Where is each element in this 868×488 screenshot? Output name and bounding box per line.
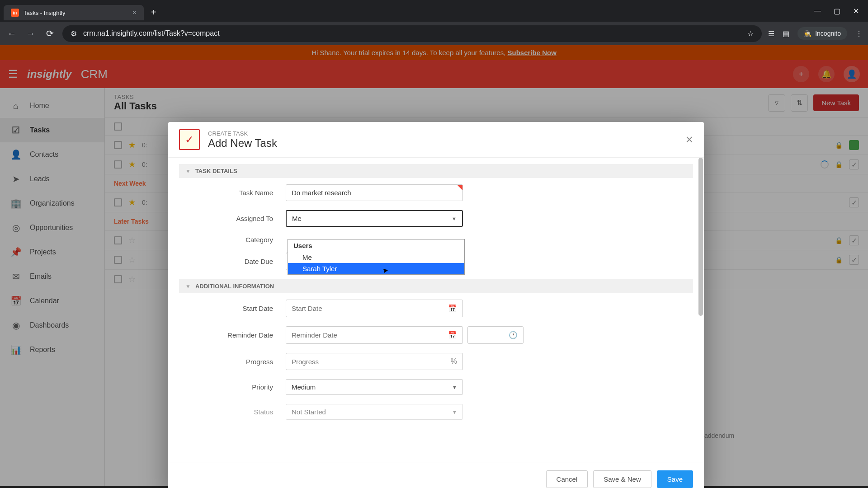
date-due-label: Date Due [179, 258, 286, 265]
chevron-down-icon: ▼ [185, 168, 191, 174]
chevron-down-icon: ▼ [452, 216, 457, 221]
add-task-modal: ✓ CREATE TASK Add New Task × ▼ TASK DETA… [168, 122, 704, 488]
priority-select[interactable]: Medium ▼ [286, 379, 463, 395]
section-task-details[interactable]: ▼ TASK DETAILS [179, 164, 693, 178]
forward-button[interactable]: → [24, 28, 37, 39]
priority-label: Priority [179, 383, 286, 391]
save-and-new-button[interactable]: Save & New [593, 470, 651, 488]
modal-footer: Cancel Save & New Save [168, 463, 704, 488]
browser-tab[interactable]: in Tasks - Insightly × [4, 5, 144, 20]
chevron-down-icon: ▼ [452, 385, 457, 390]
cancel-button[interactable]: Cancel [546, 470, 588, 488]
reminder-date-input[interactable]: 📅 [286, 326, 463, 344]
task-name-label: Task Name [179, 189, 286, 197]
reading-list-icon[interactable]: ☰ [768, 29, 774, 38]
category-label: Category [179, 236, 286, 244]
status-label: Status [179, 408, 286, 416]
maximize-icon[interactable]: ▢ [834, 7, 840, 15]
assigned-to-select[interactable]: Me ▼ [286, 210, 463, 227]
dropdown-option-me[interactable]: Me [288, 252, 464, 263]
percent-icon: % [451, 357, 457, 366]
tab-favicon: in [11, 9, 19, 17]
task-name-input[interactable] [286, 184, 463, 201]
incognito-badge: 🕵 Incognito [797, 27, 847, 40]
clock-icon[interactable]: 🕐 [509, 331, 518, 339]
modal-title: Add New Task [208, 137, 277, 150]
assigned-to-label: Assigned To [179, 215, 286, 222]
bookmark-icon[interactable]: ☆ [747, 29, 754, 38]
dropdown-option-sarah[interactable]: Sarah Tyler [288, 263, 464, 274]
assigned-to-dropdown: Users Me Sarah Tyler [288, 239, 465, 275]
save-button[interactable]: Save [657, 470, 693, 488]
status-select[interactable]: Not Started ▼ [286, 404, 463, 420]
chevron-down-icon: ▼ [452, 409, 457, 415]
reload-button[interactable]: ⟳ [43, 28, 56, 39]
browser-menu-icon[interactable]: ⋮ [855, 29, 863, 38]
modal-header: ✓ CREATE TASK Add New Task × [168, 122, 704, 158]
close-window-icon[interactable]: ✕ [853, 7, 859, 15]
close-modal-button[interactable]: × [686, 132, 693, 147]
back-button[interactable]: ← [5, 28, 18, 39]
calendar-icon[interactable]: 📅 [448, 331, 457, 339]
minimize-icon[interactable]: — [814, 7, 821, 15]
start-date-label: Start Date [179, 305, 286, 312]
side-panel-icon[interactable]: ▤ [783, 29, 789, 38]
browser-tab-strip: in Tasks - Insightly × + — ▢ ✕ [0, 0, 868, 22]
modal-subtitle: CREATE TASK [208, 130, 277, 137]
reminder-time-input[interactable]: 🕐 [467, 326, 524, 344]
progress-input[interactable]: % [286, 353, 463, 370]
window-controls: — ▢ ✕ [814, 7, 859, 15]
incognito-icon: 🕵 [804, 30, 811, 37]
chevron-down-icon: ▼ [185, 283, 191, 290]
browser-toolbar: ← → ⟳ ⚙ crm.na1.insightly.com/list/Task?… [0, 22, 868, 45]
tab-title: Tasks - Insightly [24, 9, 65, 16]
scrollbar[interactable] [698, 158, 703, 316]
start-date-input[interactable]: 📅 [286, 300, 463, 317]
url-text: crm.na1.insightly.com/list/Task?v=compac… [83, 29, 741, 38]
task-icon: ✓ [179, 129, 200, 150]
dropdown-group-label: Users [288, 239, 464, 252]
site-settings-icon[interactable]: ⚙ [71, 29, 77, 38]
calendar-icon[interactable]: 📅 [448, 304, 457, 313]
url-bar[interactable]: ⚙ crm.na1.insightly.com/list/Task?v=comp… [62, 25, 762, 42]
new-tab-button[interactable]: + [151, 7, 156, 18]
close-tab-icon[interactable]: × [132, 9, 137, 17]
progress-label: Progress [179, 358, 286, 366]
section-additional-info[interactable]: ▼ ADDITIONAL INFORMATION [179, 279, 693, 293]
modal-body: ▼ TASK DETAILS Task Name Assigned To Me … [168, 158, 704, 463]
reminder-date-label: Reminder Date [179, 331, 286, 339]
